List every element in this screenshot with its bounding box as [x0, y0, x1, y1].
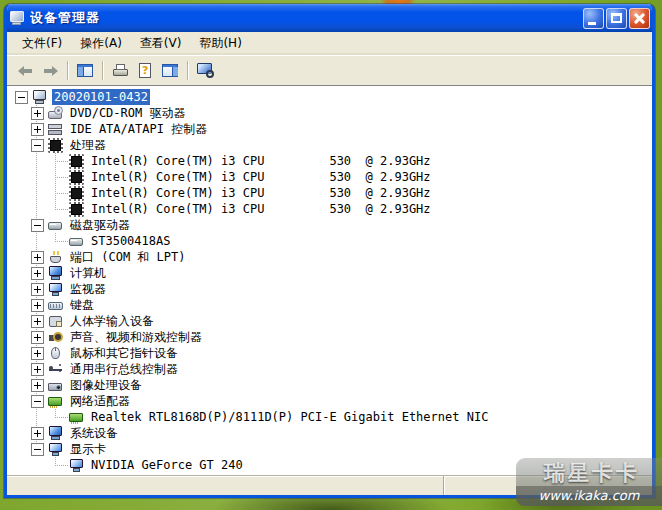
forward-button[interactable]	[38, 60, 63, 82]
toolbar-separator	[187, 61, 189, 80]
title-bar[interactable]: 设备管理器	[4, 4, 655, 32]
tree-item[interactable]: 网络适配器	[7, 393, 652, 409]
system-device-icon	[48, 426, 64, 441]
menu-bar: 文件(F)操作(A)查看(V)帮助(H)	[7, 32, 652, 56]
close-button[interactable]	[629, 8, 650, 29]
menu-item-action[interactable]: 操作(A)	[71, 33, 131, 54]
tree-item-label: Realtek RTL8168D(P)/8111D(P) PCI-E Gigab…	[89, 409, 490, 425]
expand-toggle[interactable]	[31, 347, 44, 360]
status-pane-left	[7, 476, 444, 495]
disk-drive-icon	[69, 234, 85, 249]
desktop: { "window": { "title": "设备管理器" }, "menu_…	[0, 0, 662, 510]
print-icon	[112, 63, 129, 78]
expand-toggle[interactable]	[31, 123, 44, 136]
scan-hardware-icon	[197, 63, 214, 78]
expand-toggle[interactable]	[31, 427, 44, 440]
toolbar	[7, 56, 652, 85]
tree-item-label: Intel(R) Core(TM) i3 CPU 530 @ 2.93GHz	[89, 153, 433, 169]
show-pane-icon	[162, 63, 179, 78]
tree-item-label: 网络适配器	[68, 392, 132, 411]
usb-icon	[48, 362, 64, 377]
maximize-button[interactable]	[606, 8, 627, 29]
menu-item-view[interactable]: 查看(V)	[131, 33, 191, 54]
help-document-button[interactable]	[133, 60, 158, 82]
watermark: 瑞星卡卡 www.ikaka.com	[516, 458, 662, 506]
hid-device-icon	[48, 314, 64, 329]
serial-port-icon	[48, 250, 64, 265]
mouse-icon	[48, 346, 64, 361]
ide-controller-icon	[48, 122, 64, 137]
collapse-toggle[interactable]	[31, 139, 44, 152]
show-pane-button[interactable]	[158, 60, 183, 82]
expand-toggle[interactable]	[31, 363, 44, 376]
tree-item-label: 显示卡	[68, 440, 108, 459]
collapse-toggle[interactable]	[31, 219, 44, 232]
back-icon	[17, 63, 34, 78]
menu-item-help[interactable]: 帮助(H)	[190, 33, 250, 54]
monitor-icon	[48, 282, 64, 297]
cpu-icon	[48, 138, 64, 153]
toolbar-separator	[67, 61, 69, 80]
tree-item-label: 处理器	[68, 136, 108, 155]
display-adapter-icon	[48, 442, 64, 457]
tree-item-label: Intel(R) Core(TM) i3 CPU 530 @ 2.93GHz	[89, 201, 433, 217]
collapse-toggle[interactable]	[31, 443, 44, 456]
expand-toggle[interactable]	[31, 251, 44, 264]
tree-item-label: NVIDIA GeForce GT 240	[89, 457, 245, 473]
cd-drive-icon	[48, 106, 64, 121]
watermark-site: www.ikaka.com	[516, 486, 662, 506]
display-adapter-icon	[69, 458, 85, 473]
network-adapter-icon	[69, 410, 85, 425]
forward-icon	[42, 63, 59, 78]
computer-icon	[32, 90, 48, 105]
cpu-icon	[69, 186, 85, 201]
keyboard-icon	[48, 298, 64, 313]
expand-toggle[interactable]	[31, 299, 44, 312]
expand-toggle[interactable]	[31, 107, 44, 120]
cpu-icon	[69, 202, 85, 217]
tree-item[interactable]: 监视器	[7, 281, 652, 297]
tree-item-label: Intel(R) Core(TM) i3 CPU 530 @ 2.93GHz	[89, 185, 433, 201]
cpu-icon	[69, 154, 85, 169]
minimize-button[interactable]	[583, 8, 604, 29]
collapse-toggle[interactable]	[15, 91, 28, 104]
device-manager-icon	[9, 10, 25, 26]
tree-item-label: 磁盘驱动器	[68, 216, 132, 235]
tree-item[interactable]: Intel(R) Core(TM) i3 CPU 530 @ 2.93GHz	[7, 169, 652, 185]
tree-item[interactable]: 处理器	[7, 137, 652, 153]
expand-toggle[interactable]	[31, 379, 44, 392]
scan-hardware-button[interactable]	[193, 60, 218, 82]
expand-toggle[interactable]	[31, 267, 44, 280]
tree-item-label: Intel(R) Core(TM) i3 CPU 530 @ 2.93GHz	[89, 169, 433, 185]
toolbar-separator	[102, 61, 104, 80]
tree-item[interactable]: Intel(R) Core(TM) i3 CPU 530 @ 2.93GHz	[7, 185, 652, 201]
show-console-tree-icon	[77, 63, 94, 78]
imaging-device-icon	[48, 378, 64, 393]
watermark-brand: 瑞星卡卡	[528, 462, 656, 485]
expand-toggle[interactable]	[31, 331, 44, 344]
cpu-icon	[69, 170, 85, 185]
network-adapter-icon	[48, 394, 64, 409]
menu-item-file[interactable]: 文件(F)	[13, 33, 71, 54]
tree-item[interactable]: 磁盘驱动器	[7, 217, 652, 233]
tree-item[interactable]: 显示卡	[7, 441, 652, 457]
window-title: 设备管理器	[30, 9, 581, 27]
collapse-toggle[interactable]	[31, 395, 44, 408]
back-button[interactable]	[13, 60, 38, 82]
disk-drive-icon	[48, 218, 64, 233]
device-manager-window: 设备管理器 文件(F)操作(A)查看(V)帮助(H) 20020101-0432…	[4, 4, 655, 498]
help-document-icon	[137, 63, 154, 78]
computer-system-icon	[48, 266, 64, 281]
expand-toggle[interactable]	[31, 315, 44, 328]
expand-toggle[interactable]	[31, 283, 44, 296]
tree-item[interactable]: Intel(R) Core(TM) i3 CPU 530 @ 2.93GHz	[7, 153, 652, 169]
device-tree: 20020101-0432 DVD/CD-ROM 驱动器 IDE ATA/ATA…	[7, 85, 652, 475]
print-button[interactable]	[108, 60, 133, 82]
sound-icon	[48, 330, 64, 345]
show-console-tree-button[interactable]	[73, 60, 98, 82]
